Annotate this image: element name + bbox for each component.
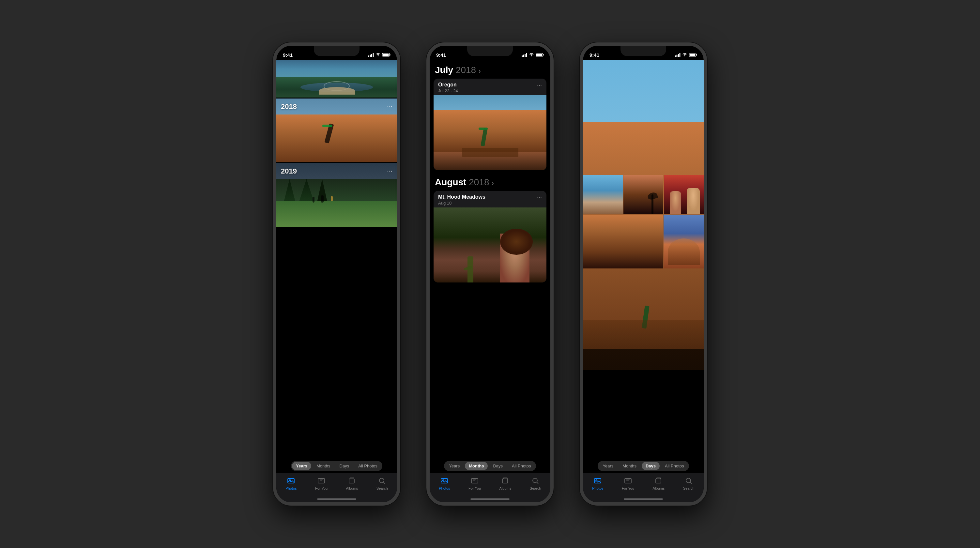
mthood-more[interactable]: ··· bbox=[537, 194, 542, 201]
august-chevron: › bbox=[492, 179, 494, 187]
rocks bbox=[319, 87, 355, 95]
tab-label-search-3: Search bbox=[683, 486, 695, 490]
mthood-date: Aug 10 bbox=[438, 201, 485, 205]
year-card-2019[interactable]: 2019 ··· bbox=[276, 163, 397, 227]
grid-photo-1[interactable] bbox=[583, 175, 623, 214]
seg-months-2[interactable]: Months bbox=[465, 462, 488, 470]
search-icon-3 bbox=[684, 477, 693, 485]
svg-rect-6 bbox=[390, 54, 390, 56]
main-day-photo[interactable] bbox=[583, 79, 704, 174]
tab-foryou-1[interactable]: For You bbox=[315, 477, 328, 490]
tab-label-search-1: Search bbox=[377, 486, 388, 490]
tab-label-photos-2: Photos bbox=[439, 486, 450, 490]
palm-leaf bbox=[647, 191, 658, 201]
seg-years-2[interactable]: Years bbox=[445, 462, 464, 470]
oregon-more[interactable]: ··· bbox=[537, 82, 542, 89]
svg-rect-2 bbox=[371, 54, 372, 57]
svg-point-4 bbox=[378, 56, 379, 56]
tab-albums-3[interactable]: Albums bbox=[653, 477, 665, 490]
seg-years-1[interactable]: Years bbox=[292, 462, 311, 470]
arch-shape bbox=[668, 238, 700, 265]
tab-label-albums-2: Albums bbox=[500, 486, 512, 490]
svg-rect-1 bbox=[370, 55, 371, 57]
svg-line-13 bbox=[383, 483, 385, 484]
tab-foryou-3[interactable]: For You bbox=[622, 477, 634, 490]
oregon-photo[interactable] bbox=[434, 95, 546, 170]
phone-months-screen: 9:41 July 2018 › Oregon Jul 23 - 24 bbox=[430, 46, 550, 502]
photos-icon-3 bbox=[593, 477, 602, 485]
signal-icon-2 bbox=[522, 53, 527, 57]
tab-photos-2[interactable]: Photos bbox=[439, 477, 450, 490]
albums-icon-2 bbox=[501, 477, 509, 485]
svg-rect-16 bbox=[525, 54, 525, 57]
tab-search-2[interactable]: Search bbox=[530, 477, 541, 490]
seg-days-1[interactable]: Days bbox=[336, 462, 353, 470]
seg-years-3[interactable]: Years bbox=[599, 462, 617, 470]
home-indicator-1 bbox=[317, 499, 356, 500]
seg-allphotos-2[interactable]: All Photos bbox=[508, 462, 535, 470]
year-label-2019: 2019 bbox=[281, 167, 297, 175]
segment-wrapper-3: Years Months Days All Photos bbox=[583, 461, 704, 471]
svg-rect-3 bbox=[373, 53, 374, 57]
tab-label-photos-3: Photos bbox=[592, 486, 603, 490]
mthood-card-info: Mt. Hood Meadows Aug 10 bbox=[438, 194, 485, 205]
grid-photo-2[interactable] bbox=[624, 175, 663, 214]
mthood-photo[interactable] bbox=[434, 208, 546, 283]
oregon-card-info: Oregon Jul 23 - 24 bbox=[438, 82, 458, 93]
tab-albums-2[interactable]: Albums bbox=[500, 477, 512, 490]
seg-months-1[interactable]: Months bbox=[313, 462, 334, 470]
status-icons-2 bbox=[522, 53, 544, 57]
status-icons bbox=[368, 53, 390, 57]
grid-photo-1-bg bbox=[583, 175, 623, 214]
search-icon-2 bbox=[531, 477, 539, 485]
seg-days-3[interactable]: Days bbox=[642, 462, 660, 470]
segment-control-1: Years Months Days All Photos bbox=[291, 461, 382, 471]
year-more-2019[interactable]: ··· bbox=[387, 167, 393, 175]
svg-rect-21 bbox=[536, 54, 542, 56]
month-year: 2018 bbox=[456, 65, 479, 75]
seg-days-2[interactable]: Days bbox=[489, 462, 507, 470]
top-landscape-photo[interactable] bbox=[276, 60, 397, 97]
tab-search-3[interactable]: Search bbox=[683, 477, 695, 490]
oregon-card[interactable]: Oregon Jul 23 - 24 ··· bbox=[434, 79, 546, 170]
segment-control-2: Years Months Days All Photos bbox=[444, 461, 536, 471]
tab-label-foryou-2: For You bbox=[468, 486, 481, 490]
woman-hair bbox=[500, 229, 533, 255]
mthood-card-header: Mt. Hood Meadows Aug 10 ··· bbox=[434, 191, 546, 208]
tab-photos-3[interactable]: Photos bbox=[592, 477, 603, 490]
august-name: August bbox=[435, 177, 469, 187]
home-indicator-3 bbox=[624, 499, 663, 500]
grid-photo-5[interactable] bbox=[663, 214, 704, 268]
year-label-2018: 2018 bbox=[281, 102, 297, 111]
svg-point-18 bbox=[531, 56, 532, 56]
year-more-2018[interactable]: ··· bbox=[387, 102, 393, 110]
tab-label-foryou-1: For You bbox=[315, 486, 328, 490]
grid-photo-3[interactable] bbox=[664, 175, 704, 214]
tab-label-albums-3: Albums bbox=[653, 486, 665, 490]
august-title: August 2018 › bbox=[435, 177, 545, 187]
status-icons-3 bbox=[675, 53, 697, 57]
grid-photo-4[interactable] bbox=[583, 214, 663, 268]
seg-allphotos-3[interactable]: All Photos bbox=[661, 462, 688, 470]
tab-search-1[interactable]: Search bbox=[377, 477, 388, 490]
seg-months-3[interactable]: Months bbox=[619, 462, 640, 470]
battery-icon-2 bbox=[536, 53, 544, 57]
grid-photo-5-bg bbox=[663, 214, 704, 268]
foryou-icon-1 bbox=[317, 477, 326, 485]
tab-bar-phone1: Years Months Days All Photos Photos For … bbox=[276, 473, 397, 502]
tab-foryou-2[interactable]: For You bbox=[468, 477, 481, 490]
svg-rect-39 bbox=[656, 479, 661, 483]
tab-albums-1[interactable]: Albums bbox=[346, 477, 358, 490]
notch-1 bbox=[314, 46, 360, 56]
month-chevron: › bbox=[479, 67, 481, 75]
tab-photos-1[interactable]: Photos bbox=[285, 477, 296, 490]
seg-allphotos-1[interactable]: All Photos bbox=[354, 462, 381, 470]
year-card-2018[interactable]: 2018 ··· bbox=[276, 98, 397, 162]
tab-bar-phone2: Years Months Days All Photos Photos For … bbox=[430, 473, 550, 502]
phone3-main-content: Jul 24, 2018 Mitchell Select ··· bbox=[583, 60, 704, 473]
notch-3 bbox=[620, 46, 666, 56]
status-time: 9:41 bbox=[283, 52, 293, 58]
mthood-card[interactable]: Mt. Hood Meadows Aug 10 ··· bbox=[434, 191, 546, 283]
svg-rect-20 bbox=[543, 54, 544, 56]
august-header: August 2018 › bbox=[430, 175, 550, 191]
